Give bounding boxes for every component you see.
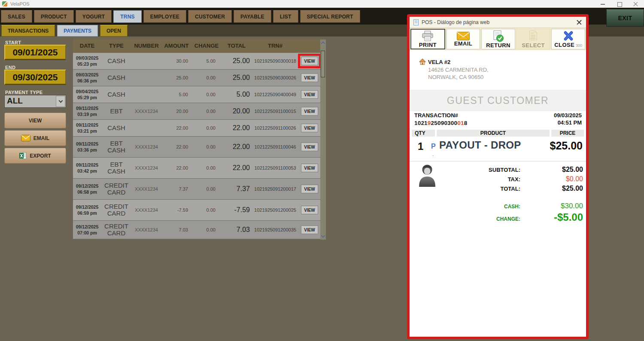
receipt-time: 04:51 PM: [554, 119, 582, 127]
sub-tab-bar: TRANSACTIONS PAYMENTS OPEN: [1, 25, 128, 37]
payment-type-label: PAYMENT TYPE: [5, 90, 43, 95]
cash-value: $30.00: [520, 202, 583, 210]
printer-icon: [421, 30, 434, 42]
customer-band: GUEST CUSTOMER: [410, 90, 586, 111]
tax-row: TAX: $0.00: [410, 175, 583, 183]
subtotal-row: SUBTOTAL: $25.00: [410, 166, 583, 174]
subtotal-value: $25.00: [520, 166, 583, 174]
app-logo-icon: [2, 1, 7, 6]
dialog-close-icon[interactable]: [576, 19, 582, 25]
tab-trns[interactable]: TRNS: [113, 10, 141, 23]
item-sub-mark: -: [432, 153, 434, 158]
exit-button[interactable]: EXIT: [606, 9, 644, 27]
item-code: P: [431, 143, 436, 150]
tab-sales[interactable]: SALES: [1, 10, 32, 23]
row-view-button-highlighted[interactable]: VIEW: [301, 57, 318, 65]
receipt-columns-header: QTY PRODUCT PRICE: [412, 130, 584, 137]
receipt-divider: [410, 161, 586, 161]
tab-list[interactable]: LIST: [273, 10, 298, 23]
table-scrollbar[interactable]: [320, 40, 326, 240]
end-date-button[interactable]: 09/30/2025: [4, 70, 66, 85]
table-row[interactable]: 09/11/202503:19 pm EBT XXXX1234 20.00 0.…: [73, 103, 320, 120]
receipt-dialog: POS - Diálogo de página web PRINT EMAIL …: [407, 14, 589, 339]
store-name: VELA #2: [428, 58, 489, 66]
row-view-button[interactable]: VIEW: [301, 225, 318, 234]
tab-yogurt[interactable]: YOGURT: [76, 10, 112, 23]
header-change: CHANGE: [191, 43, 222, 49]
close-dialog-button-label: CLOSE: [554, 42, 574, 48]
excel-icon: [19, 152, 27, 159]
table-row[interactable]: 09/11/202503:21 pm CASH 22.00 0.00 22.00…: [73, 120, 320, 137]
row-view-button[interactable]: VIEW: [301, 206, 318, 214]
return-button[interactable]: RETURN: [481, 29, 515, 49]
table-row[interactable]: 09/12/202506:59 pm CREDIT CARD XXXX1234 …: [73, 200, 320, 221]
app-title: VelaPOS: [10, 1, 30, 6]
tab-employee[interactable]: EMPLOYEE: [143, 10, 186, 23]
view-button[interactable]: VIEW: [4, 113, 66, 128]
product-column-header: PRODUCT: [437, 130, 550, 137]
row-view-button[interactable]: VIEW: [301, 185, 318, 193]
blue-x-icon: [562, 31, 575, 42]
table-row[interactable]: 09/04/202505:29 pm CASH 5.00 0.00 5.00 1…: [73, 86, 320, 103]
scroll-up-icon[interactable]: [321, 41, 325, 46]
scroll-down-icon[interactable]: [321, 233, 325, 237]
dialog-title: POS - Diálogo de página web: [422, 19, 489, 25]
tab-payments[interactable]: PAYMENTS: [57, 25, 98, 37]
transaction-number: 1021925090300018: [414, 119, 467, 127]
tab-payable[interactable]: PAYABLE: [234, 10, 271, 23]
email-button[interactable]: EMAIL: [4, 130, 66, 146]
email-dialog-button-label: EMAIL: [454, 41, 472, 46]
email-dialog-button[interactable]: EMAIL: [447, 29, 480, 49]
envelope-icon: [21, 135, 30, 141]
start-date-button[interactable]: 09/01/2025: [4, 45, 66, 60]
table-row[interactable]: 09/12/202507:00 pm CREDIT CARD XXXX1234 …: [73, 221, 320, 239]
return-check-icon: [492, 30, 504, 42]
total-label: TOTAL:: [410, 186, 520, 192]
minimize-icon[interactable]: [600, 1, 605, 6]
tax-label: TAX:: [410, 176, 520, 183]
header-trn: TRN#: [252, 43, 299, 49]
item-qty: 1: [418, 140, 423, 152]
table-row[interactable]: 09/11/202503:42 pm EBT CASH XXXX1234 22.…: [73, 158, 320, 179]
change-label: CHANGE:: [410, 216, 520, 222]
close-dialog-button[interactable]: CLOSE300: [551, 29, 585, 49]
chevron-down-icon: [58, 99, 63, 103]
export-button-label: EXPORT: [30, 153, 51, 159]
tab-special-report[interactable]: SPECIAL REPORT: [300, 10, 360, 23]
row-view-button[interactable]: VIEW: [301, 124, 318, 132]
tab-transactions[interactable]: TRANSACTIONS: [1, 25, 55, 37]
table-row[interactable]: 09/03/202506:36 pm CASH 25.00 0.00 25.00…: [73, 70, 320, 86]
document-icon: [413, 19, 419, 25]
table-row[interactable]: 09/03/202505:23 pm CASH 30.00 5.00 25.00…: [73, 53, 320, 70]
row-view-button[interactable]: VIEW: [301, 73, 318, 82]
row-view-button[interactable]: VIEW: [301, 90, 318, 99]
scrollbar-thumb[interactable]: [321, 51, 325, 77]
tab-product[interactable]: PRODUCT: [34, 10, 74, 23]
table-row[interactable]: 09/12/202506:58 pm CREDIT CARD XXXX1234 …: [73, 179, 320, 200]
receipt-body: VELA #2 14626 CARMENITA RD, NORWALK, CA …: [410, 51, 586, 337]
export-button[interactable]: EXPORT: [4, 148, 66, 164]
row-view-button[interactable]: VIEW: [301, 143, 318, 151]
dropdown-arrow-button[interactable]: [56, 96, 65, 107]
view-button-label: VIEW: [29, 118, 42, 124]
subtotal-label: SUBTOTAL:: [410, 167, 520, 173]
tab-open[interactable]: OPEN: [100, 25, 128, 37]
dialog-toolbar: PRINT EMAIL RETURN SELECT CLOSE300: [410, 28, 586, 50]
print-button[interactable]: PRINT: [410, 29, 445, 49]
receipt-item-row: 1 P PAYOUT - DROP - $25.00: [410, 137, 586, 160]
select-document-icon: [528, 30, 539, 42]
print-button-label: PRINT: [419, 42, 437, 48]
table-row[interactable]: 09/11/202503:36 pm EBT CASH XXXX1234 22.…: [73, 137, 320, 158]
store-address-line2: NORWALK, CA 90650: [428, 73, 489, 81]
transaction-label: TRANSACTION#: [414, 112, 467, 119]
header-type: TYPE: [101, 43, 131, 49]
close-window-icon[interactable]: [633, 1, 638, 6]
table-header: DATE TYPE NUMBER AMOUNT CHANGE TOTAL TRN…: [73, 39, 320, 53]
payment-type-select[interactable]: ALL: [4, 95, 66, 108]
maximize-icon[interactable]: [617, 1, 622, 6]
row-view-button[interactable]: VIEW: [301, 164, 318, 172]
row-view-button[interactable]: VIEW: [301, 107, 318, 116]
tab-customer[interactable]: CUSTOMER: [188, 10, 232, 23]
close-badge: 300: [576, 43, 582, 48]
store-block: VELA #2 14626 CARMENITA RD, NORWALK, CA …: [419, 58, 489, 81]
